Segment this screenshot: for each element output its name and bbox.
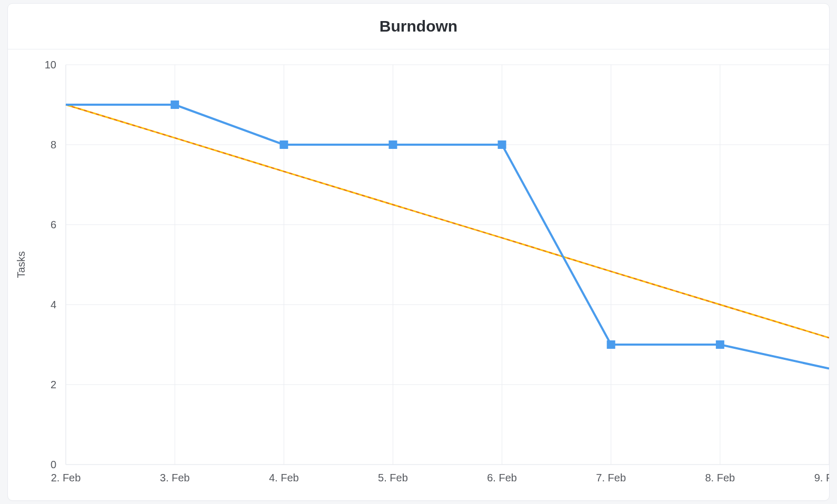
x-tick-label: 2. Feb [51, 472, 81, 483]
x-tick-label: 6. Feb [487, 472, 517, 483]
x-tick-label: 8. Feb [705, 472, 735, 483]
chart-header: Burndown [8, 4, 829, 49]
y-tick-label: 0 [51, 459, 56, 470]
x-tick-label: 9. Feb [814, 472, 829, 483]
chart-plot-area: 2. Feb3. Feb4. Feb5. Feb6. Feb7. Feb8. F… [8, 49, 829, 500]
y-tick-label: 2 [51, 379, 56, 390]
x-tick-label: 5. Feb [378, 472, 408, 483]
y-axis-title: Tasks [15, 251, 27, 278]
y-tick-label: 10 [45, 59, 56, 70]
data-point-marker [280, 140, 288, 149]
x-tick-label: 4. Feb [269, 472, 299, 483]
x-tick-label: 7. Feb [596, 472, 626, 483]
data-point-marker [388, 140, 397, 149]
chart-card: Burndown 2. Feb3. Feb4. Feb5. Feb6. Feb7… [7, 3, 830, 501]
chart-title: Burndown [380, 17, 457, 35]
burndown-chart-svg: 2. Feb3. Feb4. Feb5. Feb6. Feb7. Feb8. F… [8, 49, 829, 500]
y-tick-label: 8 [51, 139, 56, 150]
x-tick-label: 3. Feb [160, 472, 190, 483]
data-point-marker [171, 100, 179, 109]
series-actual [66, 105, 829, 369]
data-point-marker [498, 140, 506, 149]
data-point-marker [607, 340, 615, 349]
y-tick-label: 4 [51, 299, 56, 310]
data-point-marker [716, 340, 724, 349]
y-tick-label: 6 [51, 219, 56, 230]
